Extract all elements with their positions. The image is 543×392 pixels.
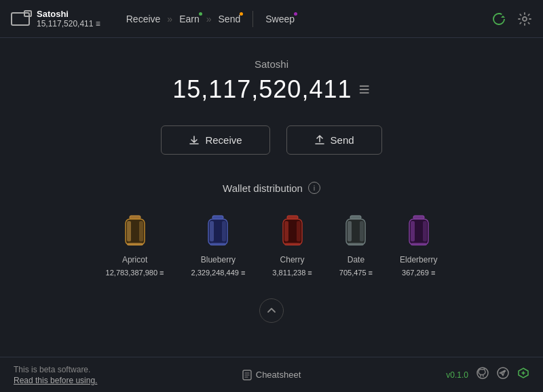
wallet-distribution-title: Wallet distribution i — [223, 182, 320, 194]
wallet-info[interactable]: Satoshi 15,117,520,411 ≡ — [11, 9, 100, 28]
dist-label: Wallet distribution — [223, 182, 303, 194]
jar-cherry[interactable]: Cherry 3,811,238 ≡ — [272, 213, 312, 277]
settings-button[interactable] — [517, 12, 532, 26]
receive-icon — [189, 135, 200, 146]
svg-rect-7 — [127, 243, 143, 246]
svg-rect-12 — [210, 243, 226, 246]
wallet-name: Satoshi — [37, 9, 100, 19]
nav-links: Receive » Earn » Send Sweep — [122, 11, 491, 27]
nav-send[interactable]: Send — [214, 11, 245, 27]
footer-right: v0.1.0 — [301, 367, 529, 383]
svg-rect-27 — [411, 243, 427, 246]
nav-sep-2: » — [206, 14, 212, 24]
cheatsheet-icon — [242, 370, 252, 380]
receive-label: Receive — [205, 134, 242, 146]
main-balance: 15,117,520,411 ≡ — [172, 75, 371, 104]
github-icon[interactable] — [476, 367, 489, 383]
wallet-balance-nav: 15,117,520,411 ≡ — [37, 19, 100, 28]
svg-rect-22 — [348, 243, 364, 246]
receive-button[interactable]: Receive — [161, 125, 269, 155]
svg-rect-25 — [411, 221, 415, 241]
wallet-text: Satoshi 15,117,520,411 ≡ — [37, 9, 100, 28]
svg-rect-6 — [139, 221, 143, 241]
chevron-up-icon — [267, 306, 276, 315]
svg-rect-16 — [297, 221, 301, 241]
jar-apricot-icon — [120, 213, 150, 251]
svg-rect-20 — [348, 221, 352, 241]
svg-rect-17 — [284, 243, 301, 246]
jar-date-icon — [341, 213, 371, 251]
svg-rect-21 — [360, 221, 364, 241]
footer-left: This is beta software. Read this before … — [14, 365, 242, 385]
svg-point-2 — [523, 17, 527, 21]
jar-cherry-icon — [278, 213, 307, 251]
info-icon[interactable]: i — [308, 182, 320, 194]
footer: This is beta software. Read this before … — [0, 357, 543, 392]
nav-earn[interactable]: Earn — [175, 11, 204, 27]
nav-sep-1: » — [167, 14, 172, 24]
nav-sweep[interactable]: Sweep — [261, 11, 299, 27]
jar-date[interactable]: Date 705,475 ≡ — [339, 213, 373, 277]
jar-date-amount: 705,475 ≡ — [339, 269, 373, 277]
jar-date-name: Date — [348, 255, 364, 264]
settings-icon — [517, 12, 532, 26]
beta-link[interactable]: Read this before using. — [14, 376, 97, 385]
jar-cherry-name: Cherry — [280, 255, 305, 264]
btc-symbol: ≡ — [358, 79, 370, 100]
send-label: Send — [331, 134, 354, 146]
action-buttons: Receive Send — [161, 125, 381, 155]
top-nav: Satoshi 15,117,520,411 ≡ Receive » Earn … — [0, 0, 543, 38]
jar-apricot-name: Apricot — [122, 255, 147, 264]
btcpay-icon[interactable] — [517, 367, 529, 383]
send-icon — [314, 135, 325, 146]
nav-icons — [491, 12, 532, 26]
svg-rect-26 — [423, 221, 427, 241]
jar-apricot-amount: 12,783,387,980 ≡ — [106, 269, 164, 277]
nav-receive[interactable]: Receive — [122, 11, 165, 27]
jars-row: Apricot 12,783,387,980 ≡ Blueberry 2,329… — [106, 213, 438, 277]
jar-blueberry-name: Blueberry — [201, 255, 236, 264]
telegram-icon[interactable] — [497, 367, 509, 383]
earn-dot — [199, 12, 202, 16]
svg-rect-11 — [222, 221, 226, 241]
nav-divider — [252, 11, 253, 27]
svg-marker-1 — [501, 16, 505, 18]
version-label[interactable]: v0.1.0 — [446, 370, 468, 380]
cheatsheet-label: Cheatsheet — [256, 370, 301, 380]
main-content: Satoshi 15,117,520,411 ≡ Receive Send Wa… — [0, 38, 543, 357]
cheatsheet-button[interactable]: Cheatsheet — [242, 370, 301, 380]
jar-cherry-amount: 3,811,238 ≡ — [272, 269, 312, 277]
scroll-up-button[interactable] — [259, 298, 284, 323]
balance-value: 15,117,520,411 — [172, 75, 352, 104]
jar-elderberry-icon — [404, 213, 434, 251]
main-wallet-name: Satoshi — [255, 58, 288, 70]
jar-elderberry-amount: 367,269 ≡ — [402, 269, 435, 277]
jar-blueberry[interactable]: Blueberry 2,329,248,449 ≡ — [191, 213, 246, 277]
svg-rect-10 — [210, 221, 214, 241]
beta-text: This is beta software. — [14, 365, 242, 374]
svg-rect-5 — [127, 221, 131, 241]
reload-icon — [491, 12, 506, 26]
wallet-icon — [11, 12, 30, 26]
jar-apricot[interactable]: Apricot 12,783,387,980 ≡ — [106, 213, 164, 277]
jar-elderberry-name: Elderberry — [400, 255, 437, 264]
jar-blueberry-icon — [203, 213, 233, 251]
send-dot — [240, 12, 243, 16]
reload-button[interactable] — [491, 12, 506, 26]
svg-rect-15 — [284, 221, 288, 241]
send-button[interactable]: Send — [286, 125, 382, 155]
sweep-dot — [294, 12, 297, 16]
svg-point-0 — [493, 14, 504, 24]
jar-blueberry-amount: 2,329,248,449 ≡ — [191, 269, 246, 277]
jar-elderberry[interactable]: Elderberry 367,269 ≡ — [400, 213, 437, 277]
